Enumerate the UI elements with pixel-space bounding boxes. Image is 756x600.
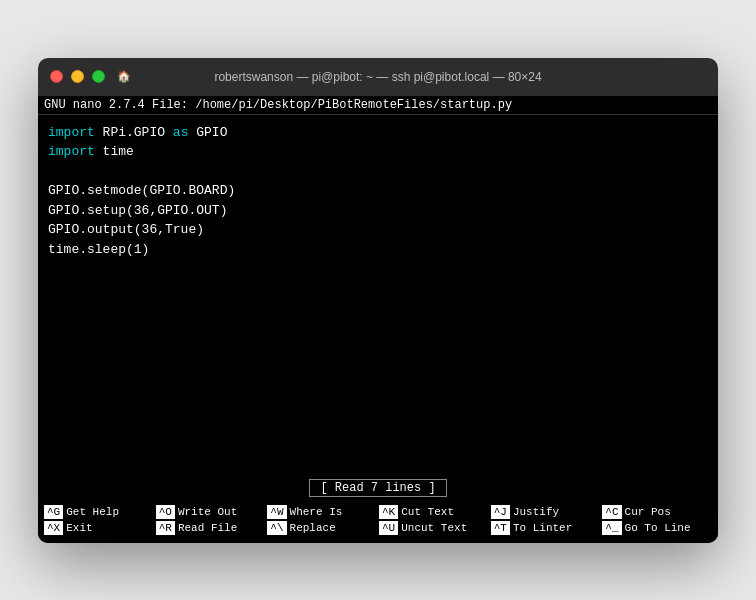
code-area[interactable]: import RPi.GPIO as GPIO import time GPIO… — [38, 115, 718, 475]
shortcut-cur-pos[interactable]: ^C Cur Pos — [602, 505, 712, 519]
minimize-button[interactable] — [71, 70, 84, 83]
close-button[interactable] — [50, 70, 63, 83]
shortcut-key-w: ^W — [267, 505, 286, 519]
shortcut-key-backslash: ^\ — [267, 521, 286, 535]
code-line-4: GPIO.setmode(GPIO.BOARD) — [48, 181, 708, 201]
shortcut-label-o: Write Out — [175, 506, 237, 518]
shortcut-read-file[interactable]: ^R Read File — [156, 521, 266, 535]
shortcut-replace[interactable]: ^\ Replace — [267, 521, 377, 535]
shortcut-key-c: ^C — [602, 505, 621, 519]
shortcuts-row-1: ^G Get Help ^O Write Out ^W Where Is ^K … — [44, 505, 712, 519]
titlebar-title: robertswanson — pi@pibot: ~ — ssh pi@pib… — [214, 70, 541, 84]
shortcut-label-j: Justify — [510, 506, 559, 518]
shortcut-label-w: Where Is — [287, 506, 343, 518]
shortcut-uncut-text[interactable]: ^U Uncut Text — [379, 521, 489, 535]
shortcut-to-linter[interactable]: ^T To Linter — [491, 521, 601, 535]
shortcut-label-backslash: Replace — [287, 522, 336, 534]
shortcut-label-c: Cur Pos — [622, 506, 671, 518]
shortcut-key-o: ^O — [156, 505, 175, 519]
nano-status-bar: GNU nano 2.7.4 File: /home/pi/Desktop/Pi… — [38, 96, 718, 115]
code-line-3 — [48, 162, 708, 182]
shortcut-label-r: Read File — [175, 522, 237, 534]
shortcut-label-t: To Linter — [510, 522, 572, 534]
shortcuts-row-2: ^X Exit ^R Read File ^\ Replace ^U Uncut… — [44, 521, 712, 535]
shortcut-cut-text[interactable]: ^K Cut Text — [379, 505, 489, 519]
shortcut-justify[interactable]: ^J Justify — [491, 505, 601, 519]
shortcut-get-help[interactable]: ^G Get Help — [44, 505, 154, 519]
read-lines-badge: [ Read 7 lines ] — [309, 479, 446, 497]
shortcut-key-underscore: ^_ — [602, 521, 621, 535]
code-line-2: import time — [48, 142, 708, 162]
shortcut-where-is[interactable]: ^W Where Is — [267, 505, 377, 519]
shortcut-key-j: ^J — [491, 505, 510, 519]
shortcut-write-out[interactable]: ^O Write Out — [156, 505, 266, 519]
shortcut-key-r: ^R — [156, 521, 175, 535]
terminal-body[interactable]: GNU nano 2.7.4 File: /home/pi/Desktop/Pi… — [38, 96, 718, 543]
shortcut-go-to-line[interactable]: ^_ Go To Line — [602, 521, 712, 535]
shortcut-label-underscore: Go To Line — [622, 522, 691, 534]
shortcut-key-u: ^U — [379, 521, 398, 535]
shortcut-label-k: Cut Text — [398, 506, 454, 518]
shortcut-key-t: ^T — [491, 521, 510, 535]
titlebar: 🏠 robertswanson — pi@pibot: ~ — ssh pi@p… — [38, 58, 718, 96]
code-line-6: GPIO.output(36,True) — [48, 220, 708, 240]
shortcut-label-u: Uncut Text — [398, 522, 467, 534]
shortcuts-bar: ^G Get Help ^O Write Out ^W Where Is ^K … — [38, 501, 718, 543]
home-icon: 🏠 — [117, 70, 131, 83]
shortcut-label-g: Get Help — [63, 506, 119, 518]
shortcut-exit[interactable]: ^X Exit — [44, 521, 154, 535]
shortcut-key-g: ^G — [44, 505, 63, 519]
maximize-button[interactable] — [92, 70, 105, 83]
shortcut-label-x: Exit — [63, 522, 92, 534]
code-line-5: GPIO.setup(36,GPIO.OUT) — [48, 201, 708, 221]
code-line-1: import RPi.GPIO as GPIO — [48, 123, 708, 143]
nano-status-text: GNU nano 2.7.4 File: /home/pi/Desktop/Pi… — [44, 98, 512, 112]
read-lines-bar: [ Read 7 lines ] — [38, 475, 718, 501]
code-line-7: time.sleep(1) — [48, 240, 708, 260]
shortcut-key-x: ^X — [44, 521, 63, 535]
shortcut-key-k: ^K — [379, 505, 398, 519]
terminal-window: 🏠 robertswanson — pi@pibot: ~ — ssh pi@p… — [38, 58, 718, 543]
